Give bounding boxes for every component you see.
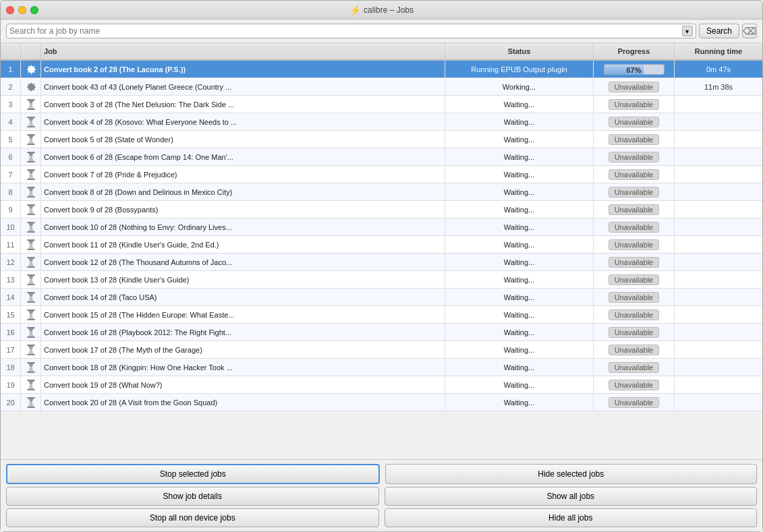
job-name: Convert book 16 of 28 (Playbook 2012: Th… (41, 324, 445, 341)
search-input[interactable] (9, 26, 682, 36)
svg-rect-21 (27, 266, 35, 268)
svg-rect-29 (27, 336, 35, 338)
maximize-button[interactable] (30, 6, 38, 14)
svg-rect-25 (27, 301, 35, 303)
footer-row-3: Stop all non device jobs Hide all jobs (6, 508, 757, 527)
stop-non-device-button[interactable]: Stop all non device jobs (6, 508, 379, 527)
table-row[interactable]: 16 Convert book 16 of 28 (Playbook 2012:… (1, 324, 762, 341)
hide-all-button[interactable]: Hide all jobs (385, 508, 758, 527)
table-row[interactable]: 3 Convert book 3 of 28 (The Net Delusion… (1, 96, 762, 113)
job-progress: Unavailable (594, 341, 675, 358)
table-row[interactable]: 6 Convert book 6 of 28 (Escape from Camp… (1, 148, 762, 166)
hourglass-icon (21, 394, 41, 411)
job-running-time (675, 359, 762, 376)
svg-rect-16 (27, 222, 35, 223)
row-number: 20 (1, 394, 21, 411)
table-row[interactable]: 5 Convert book 5 of 28 (State of Wonder)… (1, 131, 762, 148)
hide-selected-button[interactable]: Hide selected jobs (385, 464, 758, 484)
jobs-table: Job Status Progress Running time 1 Conve… (1, 43, 762, 460)
job-running-time (675, 201, 762, 218)
row-number: 14 (1, 289, 21, 305)
window-controls[interactable] (6, 6, 38, 14)
job-progress: Unavailable (594, 394, 675, 411)
svg-rect-17 (27, 231, 35, 233)
row-number: 15 (1, 306, 21, 323)
row-number: 17 (1, 341, 21, 358)
col-job[interactable]: Job (41, 43, 445, 59)
search-button[interactable]: Search (699, 24, 739, 38)
table-row[interactable]: 4 Convert book 4 of 28 (Kosovo: What Eve… (1, 113, 762, 131)
svg-rect-13 (27, 196, 35, 198)
job-progress: Unavailable (594, 183, 675, 200)
minimize-button[interactable] (18, 6, 26, 14)
table-row[interactable]: 1 Convert book 2 of 28 (The Lacuna (P.S.… (1, 61, 762, 78)
search-input-wrapper[interactable]: ▾ (6, 24, 696, 38)
hourglass-icon (21, 131, 41, 148)
svg-rect-4 (27, 117, 35, 118)
col-running-time[interactable]: Running time (675, 43, 762, 59)
table-row[interactable]: 20 Convert book 20 of 28 (A Visit from t… (1, 394, 762, 411)
job-progress: Unavailable (594, 96, 675, 113)
row-number: 18 (1, 359, 21, 376)
svg-rect-3 (27, 109, 35, 110)
titlebar: ⚡ calibre – Jobs (1, 1, 762, 20)
table-row[interactable]: 17 Convert book 17 of 28 (The Myth of th… (1, 341, 762, 359)
show-details-button[interactable]: Show job details (6, 487, 379, 506)
job-running-time (675, 131, 762, 148)
job-status: Waiting... (445, 236, 594, 253)
job-name: Convert book 43 of 43 (Lonely Planet Gre… (41, 78, 445, 95)
table-body[interactable]: 1 Convert book 2 of 28 (The Lacuna (P.S.… (1, 61, 762, 459)
table-row[interactable]: 15 Convert book 15 of 28 (The Hidden Eur… (1, 306, 762, 324)
table-row[interactable]: 8 Convert book 8 of 28 (Down and Delirio… (1, 183, 762, 201)
table-row[interactable]: 14 Convert book 14 of 28 (Taco USA)Waiti… (1, 289, 762, 306)
table-row[interactable]: 2 Convert book 43 of 43 (Lonely Planet G… (1, 78, 762, 96)
job-name: Convert book 15 of 28 (The Hidden Europe… (41, 306, 445, 323)
gear-icon (21, 61, 41, 78)
svg-rect-37 (27, 407, 35, 408)
job-name: Convert book 19 of 28 (What Now?) (41, 376, 445, 393)
row-number: 13 (1, 271, 21, 288)
search-bar: ▾ Search ⌫ (1, 20, 762, 43)
hourglass-icon (21, 113, 41, 130)
job-progress: 67% (594, 61, 675, 78)
table-row[interactable]: 13 Convert book 13 of 28 (Kindle User's … (1, 271, 762, 289)
job-progress: Unavailable (594, 201, 675, 218)
hourglass-icon (21, 218, 41, 235)
job-status: Waiting... (445, 183, 594, 200)
table-row[interactable]: 12 Convert book 12 of 28 (The Thousand A… (1, 254, 762, 271)
job-progress: Unavailable (594, 166, 675, 183)
close-button[interactable] (6, 6, 14, 14)
job-name: Convert book 7 of 28 (Pride & Prejudice) (41, 166, 445, 183)
table-row[interactable]: 10 Convert book 10 of 28 (Nothing to Env… (1, 218, 762, 236)
job-progress: Unavailable (594, 376, 675, 393)
job-name: Convert book 8 of 28 (Down and Delirious… (41, 183, 445, 200)
job-progress: Unavailable (594, 359, 675, 376)
col-progress[interactable]: Progress (594, 43, 675, 59)
job-status: Waiting... (445, 271, 594, 288)
table-row[interactable]: 18 Convert book 18 of 28 (Kingpin: How O… (1, 359, 762, 376)
svg-rect-30 (27, 345, 35, 346)
stop-selected-button[interactable]: Stop selected jobs (6, 464, 380, 484)
show-all-button[interactable]: Show all jobs (385, 487, 758, 506)
svg-rect-11 (27, 179, 35, 180)
col-status[interactable]: Status (445, 43, 594, 59)
search-clear-button[interactable]: ⌫ (742, 24, 757, 38)
job-status: Waiting... (445, 341, 594, 358)
table-row[interactable]: 11 Convert book 11 of 28 (Kindle User's … (1, 236, 762, 254)
row-number: 19 (1, 376, 21, 393)
job-running-time (675, 148, 762, 165)
job-progress: Unavailable (594, 324, 675, 341)
job-running-time (675, 254, 762, 270)
row-number: 11 (1, 236, 21, 253)
job-status: Waiting... (445, 359, 594, 376)
job-status: Waiting... (445, 306, 594, 323)
table-row[interactable]: 19 Convert book 19 of 28 (What Now?)Wait… (1, 376, 762, 394)
table-row[interactable]: 9 Convert book 9 of 28 (Bossypants)Waiti… (1, 201, 762, 218)
table-row[interactable]: 7 Convert book 7 of 28 (Pride & Prejudic… (1, 166, 762, 183)
col-icon (21, 43, 41, 59)
svg-rect-32 (27, 362, 35, 363)
job-running-time (675, 341, 762, 358)
svg-rect-24 (27, 292, 35, 293)
job-status: Waiting... (445, 218, 594, 235)
search-dropdown-button[interactable]: ▾ (682, 26, 693, 36)
